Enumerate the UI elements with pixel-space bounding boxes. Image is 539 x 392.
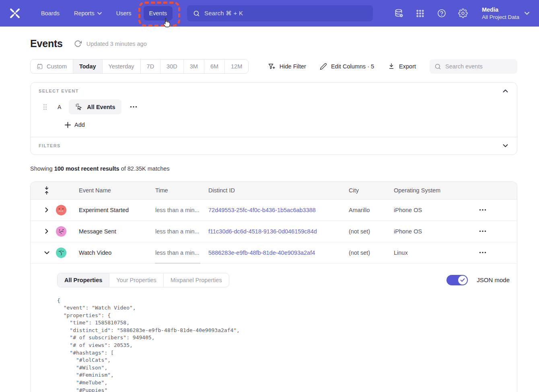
help-icon[interactable] [437, 8, 446, 18]
row-expand-button[interactable] [39, 229, 55, 234]
ellipsis-icon [130, 106, 137, 108]
page-title: Events [30, 38, 63, 50]
cell-event-name: Experiment Started [79, 207, 155, 213]
chevron-down-icon [44, 251, 49, 254]
cell-distinct-id-link[interactable]: 5886283e-e9fb-48fb-81de-40e9093a2af4 [208, 250, 349, 256]
date-option-yesterday[interactable]: Yesterday [103, 60, 141, 73]
cell-event-name: Message Sent [79, 228, 155, 235]
chevron-right-icon [45, 229, 48, 234]
pencil-icon [320, 63, 327, 70]
event-more-options-button[interactable] [128, 104, 139, 109]
nav-item-reports[interactable]: Reports [68, 6, 107, 21]
top-navbar: Boards Reports Users Events Search ⌘ + K [0, 0, 539, 27]
export-button[interactable]: Export [388, 63, 416, 70]
project-selector[interactable]: Media All Project Data [482, 6, 529, 21]
filter-funnel-icon [268, 63, 276, 70]
global-search-input[interactable]: Search ⌘ + K [187, 5, 373, 21]
chevron-down-icon [97, 12, 102, 15]
project-scope: All Project Data [482, 14, 519, 21]
apps-grid-icon[interactable] [416, 8, 425, 18]
search-events-input[interactable]: Search events [430, 59, 517, 74]
drag-handle-icon[interactable] [43, 104, 47, 110]
toggle-knob [458, 276, 467, 285]
nav-item-users[interactable]: Users [111, 6, 137, 21]
cell-time: less than a min... [155, 250, 208, 256]
cell-time: less than a min... [155, 228, 208, 235]
json-mode-toggle[interactable] [446, 275, 468, 285]
column-header-distinct-id[interactable]: Distinct ID [208, 187, 349, 194]
search-icon [434, 63, 441, 70]
column-header-os[interactable]: Operating System [394, 187, 470, 194]
date-option-label: 30D [167, 63, 177, 70]
nav-item-boards[interactable]: Boards [35, 6, 65, 21]
results-summary: Showing 100 most recent results of 82.35… [30, 165, 517, 172]
row-more-options-button[interactable] [470, 209, 517, 211]
column-header-time[interactable]: Time [155, 187, 208, 194]
hide-filter-label: Hide Filter [280, 63, 306, 70]
filters-label: FILTERS [39, 143, 61, 148]
cell-os: iPhone OS [394, 207, 470, 213]
edit-columns-button[interactable]: Edit Columns · 5 [320, 63, 374, 70]
last-updated-text: Updated 3 minutes ago [86, 41, 147, 47]
column-header-event-name[interactable]: Event Name [79, 187, 155, 194]
cell-city: (not set) [349, 228, 394, 235]
data-management-icon[interactable] [394, 8, 404, 18]
events-table: Event Name Time Distinct ID City Operati… [30, 182, 517, 392]
date-option-today[interactable]: Today [73, 60, 103, 73]
date-option-custom[interactable]: Custom [31, 60, 73, 73]
table-row[interactable]: Experiment Started less than a min... 72… [31, 200, 517, 221]
date-option-label: Custom [47, 63, 67, 70]
time-column-divider [155, 263, 200, 264]
event-json-view: { "event": "Watch Video", "properties": … [57, 297, 510, 392]
tab-all-properties[interactable]: All Properties [58, 273, 109, 287]
event-avatar [56, 248, 66, 258]
collapse-select-event-button[interactable] [502, 89, 509, 93]
refresh-button[interactable] [74, 40, 82, 47]
chevron-up-icon [503, 89, 508, 93]
row-collapse-button[interactable] [39, 251, 55, 254]
results-summary-prefix: Showing [30, 165, 54, 172]
select-event-label: SELECT EVENT [39, 89, 79, 93]
tab-mixpanel-properties[interactable]: Mixpanel Properties [164, 273, 229, 287]
plus-icon [65, 122, 71, 128]
date-option-label: 7D [147, 63, 154, 70]
cell-distinct-id-link[interactable]: 72d49553-25fc-4f0c-b436-1b5ac6ab3388 [208, 207, 349, 213]
export-label: Export [399, 63, 416, 70]
column-header-city[interactable]: City [349, 187, 394, 194]
hide-filter-button[interactable]: Hide Filter [268, 63, 306, 70]
date-option-6m[interactable]: 6M [204, 60, 225, 73]
nav-item-label: Reports [74, 10, 95, 17]
event-selector-pill[interactable]: All Events [69, 99, 121, 114]
settings-gear-icon[interactable] [458, 8, 468, 18]
event-avatar [56, 226, 66, 237]
row-expand-button[interactable] [39, 207, 55, 213]
cell-distinct-id-link[interactable]: f11c30d6-dc6d-4518-9136-0d046159c84d [208, 228, 349, 235]
tab-your-properties[interactable]: Your Properties [109, 273, 163, 287]
json-mode-label: JSON mode [477, 276, 510, 283]
event-row-index: A [58, 104, 61, 110]
add-event-button[interactable]: Add [65, 122, 85, 128]
properties-tabs: All Properties Your Properties Mixpanel … [57, 273, 229, 287]
table-row[interactable]: Message Sent less than a min... f11c30d6… [31, 221, 517, 242]
mixpanel-logo[interactable] [9, 7, 21, 19]
cell-city: (not set) [349, 250, 394, 256]
event-detail-panel: All Properties Your Properties Mixpanel … [31, 264, 517, 392]
nav-item-events[interactable]: Events [144, 6, 173, 21]
table-row-expanded[interactable]: Watch Video less than a min... 5886283e-… [31, 242, 517, 264]
cell-time: less than a min... [155, 207, 208, 213]
date-option-3m[interactable]: 3M [184, 60, 204, 73]
row-more-options-button[interactable] [470, 230, 517, 232]
nav-item-label: Events [149, 10, 167, 17]
date-option-12m[interactable]: 12M [225, 60, 248, 73]
refresh-icon [74, 40, 82, 47]
date-option-7d[interactable]: 7D [141, 60, 161, 73]
expand-filters-button[interactable] [502, 143, 509, 148]
date-option-label: Today [79, 63, 96, 70]
primary-nav: Boards Reports Users Events [35, 6, 173, 21]
sort-icon[interactable] [44, 186, 49, 195]
date-option-label: 3M [190, 63, 198, 70]
edit-columns-label: Edit Columns · 5 [331, 63, 374, 70]
date-option-30d[interactable]: 30D [160, 60, 184, 73]
chevron-down-icon [525, 12, 529, 15]
row-more-options-button[interactable] [470, 252, 517, 254]
